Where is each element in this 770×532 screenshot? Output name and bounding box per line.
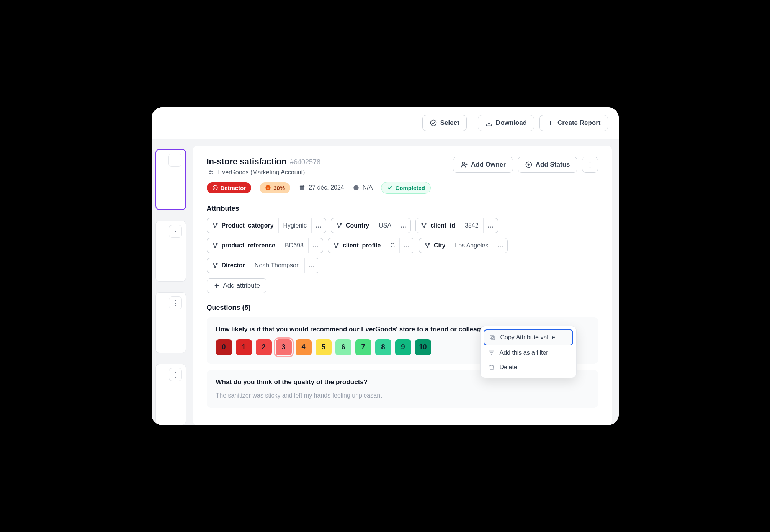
svg-point-25 — [214, 247, 216, 248]
create-report-button[interactable]: Create Report — [539, 115, 608, 131]
add-status-button[interactable]: Add Status — [518, 157, 577, 173]
attribute-chip: Product_categoryHygienic… — [207, 218, 326, 233]
nps-option-9[interactable]: 9 — [395, 339, 411, 355]
attribute-chip: product_referenceBD698… — [207, 238, 323, 253]
nps-option-3[interactable]: 3 — [276, 339, 292, 355]
question-text: What do you think of the quality of the … — [216, 378, 589, 386]
attribute-value: Noah Thompson — [250, 258, 304, 273]
attribute-more-button[interactable]: … — [399, 238, 414, 253]
card-more-button[interactable]: ⋮ — [168, 154, 181, 167]
menu-delete[interactable]: Delete — [484, 360, 573, 375]
attribute-more-button[interactable]: … — [396, 218, 410, 233]
nps-option-7[interactable]: 7 — [355, 339, 371, 355]
date-meta: 27 déc. 2024 — [299, 184, 344, 191]
score-value: 30% — [273, 185, 285, 191]
add-attribute-button[interactable]: Add attribute — [207, 278, 266, 293]
detail-panel: In-store satisfaction #6402578 EverGoods… — [193, 146, 612, 425]
attribute-chip: client_id3542… — [415, 218, 498, 233]
questions-title: Questions (5) — [207, 304, 598, 312]
menu-copy-label: Copy Attribute value — [500, 334, 555, 341]
attribute-key: Product_category — [207, 218, 278, 233]
download-icon — [485, 119, 493, 127]
card-more-button[interactable]: ⋮ — [169, 225, 182, 238]
attribute-key: Director — [207, 258, 250, 273]
svg-point-26 — [334, 243, 335, 244]
header-actions: Add Owner Add Status ⋮ — [453, 157, 598, 173]
more-actions-button[interactable]: ⋮ — [582, 157, 598, 173]
menu-delete-label: Delete — [500, 364, 517, 371]
svg-point-0 — [430, 120, 436, 126]
svg-point-5 — [213, 185, 217, 190]
svg-point-15 — [216, 223, 217, 224]
side-card[interactable]: ⋮ — [155, 292, 186, 353]
account-subtitle: EverGoods (Marketing Account) — [207, 169, 321, 176]
add-owner-button[interactable]: Add Owner — [453, 157, 513, 173]
nps-option-0[interactable]: 0 — [216, 339, 232, 355]
download-button[interactable]: Download — [478, 115, 534, 131]
add-status-label: Add Status — [536, 161, 570, 169]
nps-option-10[interactable]: 10 — [415, 339, 431, 355]
svg-point-24 — [216, 243, 217, 244]
svg-point-18 — [340, 223, 342, 224]
side-card-list: ⋮ ⋮ ⋮ ⋮ — [152, 139, 186, 425]
attribute-value: C — [386, 238, 400, 253]
select-button[interactable]: Select — [422, 115, 467, 131]
completed-badge: Completed — [381, 182, 431, 194]
svg-point-9 — [267, 187, 268, 188]
add-owner-label: Add Owner — [471, 161, 506, 169]
record-id: #6402578 — [290, 158, 320, 166]
answer-preview: The sanitizer was sticky and left my han… — [216, 392, 589, 399]
svg-point-1 — [209, 170, 211, 172]
menu-add-filter[interactable]: Add this as a filter — [484, 345, 573, 360]
side-card[interactable]: ⋮ — [155, 221, 186, 282]
check-icon — [387, 185, 393, 191]
copy-icon — [489, 334, 496, 341]
nps-option-1[interactable]: 1 — [236, 339, 252, 355]
attribute-key: client_profile — [328, 238, 386, 253]
svg-point-29 — [425, 243, 426, 244]
attribute-more-button[interactable]: … — [493, 238, 507, 253]
attribute-context-menu: Copy Attribute value Add this as a filte… — [480, 326, 577, 378]
card-more-button[interactable]: ⋮ — [169, 368, 182, 381]
attribute-more-button[interactable]: … — [311, 218, 326, 233]
nps-option-2[interactable]: 2 — [256, 339, 272, 355]
toolbar-divider — [472, 116, 472, 129]
app-window: Select Download Create Report ⋮ ⋮ ⋮ ⋮ — [152, 107, 619, 425]
menu-copy-value[interactable]: Copy Attribute value — [484, 329, 573, 345]
na-value: N/A — [363, 184, 373, 191]
detractor-label: Detractor — [221, 185, 246, 191]
attribute-more-button[interactable]: … — [304, 258, 319, 273]
title-block: In-store satisfaction #6402578 EverGoods… — [207, 157, 321, 176]
side-card-active[interactable]: ⋮ — [155, 149, 186, 210]
select-label: Select — [440, 119, 459, 127]
side-card[interactable]: ⋮ — [155, 364, 186, 425]
svg-point-6 — [214, 187, 214, 187]
attribute-key: Country — [331, 218, 374, 233]
download-label: Download — [496, 119, 527, 127]
card-more-button[interactable]: ⋮ — [169, 296, 182, 309]
nps-option-8[interactable]: 8 — [375, 339, 391, 355]
nps-option-5[interactable]: 5 — [316, 339, 332, 355]
attribute-value: 3542 — [460, 218, 483, 233]
svg-point-31 — [427, 247, 428, 248]
svg-point-30 — [428, 243, 430, 244]
attribute-value: USA — [374, 218, 396, 233]
svg-point-34 — [214, 267, 216, 268]
svg-point-20 — [422, 223, 423, 224]
body-area: ⋮ ⋮ ⋮ ⋮ In-store satisfaction #6402578 — [152, 139, 619, 425]
attribute-more-button[interactable]: … — [308, 238, 323, 253]
nps-option-4[interactable]: 4 — [296, 339, 312, 355]
svg-point-14 — [213, 223, 214, 224]
neutral-face-icon — [265, 185, 271, 191]
attribute-chip: CityLos Angeles… — [419, 238, 508, 253]
plus-icon — [547, 119, 554, 127]
trash-icon — [488, 364, 495, 371]
attribute-more-button[interactable]: … — [483, 218, 498, 233]
svg-point-7 — [216, 187, 216, 187]
sad-face-icon — [212, 185, 218, 191]
detractor-badge: Detractor — [207, 182, 252, 193]
attributes-grid: Product_categoryHygienic…CountryUSA…clie… — [207, 218, 598, 273]
svg-rect-12 — [300, 186, 304, 187]
account-name: EverGoods (Marketing Account) — [218, 169, 305, 176]
nps-option-6[interactable]: 6 — [335, 339, 351, 355]
